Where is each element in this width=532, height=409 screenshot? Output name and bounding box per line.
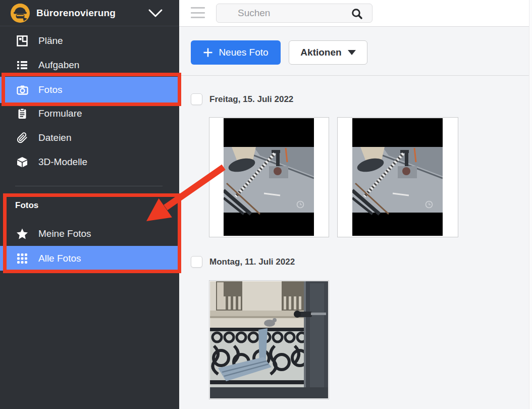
actions-button-label: Aktionen <box>300 47 341 58</box>
date-label: Montag, 11. Juli 2022 <box>209 257 295 267</box>
actions-button[interactable]: Aktionen <box>289 40 367 65</box>
sidebar-item-3d-modelle[interactable]: 3D-Modelle <box>0 150 179 174</box>
paperclip-icon <box>16 132 28 143</box>
date-group-header: Montag, 11. Juli 2022 <box>191 256 295 268</box>
sidebar-divider <box>15 186 163 186</box>
photo-thumbnail[interactable] <box>209 280 329 399</box>
photos-section-header: Fotos <box>15 200 38 211</box>
sidebar-item-fotos[interactable]: Fotos <box>0 77 179 103</box>
grid-icon <box>16 253 28 264</box>
sidebar-item-dateien[interactable]: Dateien <box>0 126 179 150</box>
floorplan-icon <box>16 35 28 46</box>
search-box <box>216 4 373 23</box>
sidebar-item-alle-fotos[interactable]: Alle Fotos <box>0 246 179 271</box>
sidebar-item-label: Formulare <box>38 108 82 119</box>
plus-icon <box>203 47 213 58</box>
sidebar-item-formulare[interactable]: Formulare <box>0 101 179 126</box>
group-checkbox[interactable] <box>191 256 202 268</box>
sidebar-item-label: Aufgaben <box>38 60 79 71</box>
clipboard-icon <box>16 108 28 119</box>
sidebar-item-plaene[interactable]: Pläne <box>0 29 179 53</box>
scrollbar-track[interactable] <box>529 0 532 409</box>
new-photo-button-label: Neues Foto <box>219 47 268 58</box>
date-group-header: Freitag, 15. Juli 2022 <box>191 93 293 105</box>
topbar <box>179 0 532 27</box>
photo-gallery: Freitag, 15. Juli 2022 Montag, 11. Juli … <box>179 76 532 409</box>
project-switcher[interactable]: Bürorenovierung <box>0 0 179 26</box>
chevron-down-icon[interactable] <box>148 9 163 18</box>
toolbar: Neues Foto Aktionen <box>179 27 532 76</box>
hamburger-menu-icon[interactable] <box>191 7 205 18</box>
date-label: Freitag, 15. Juli 2022 <box>209 94 293 105</box>
camera-icon <box>16 84 28 95</box>
search-icon[interactable] <box>351 8 363 20</box>
photo-thumbnail[interactable] <box>337 117 458 237</box>
task-list-icon <box>16 60 28 71</box>
app-logo-icon <box>10 3 30 23</box>
sidebar-item-label: Fotos <box>38 84 63 95</box>
search-input[interactable] <box>217 4 372 22</box>
photo-thumbnail[interactable] <box>209 117 329 237</box>
sidebar-item-label: Dateien <box>38 132 72 143</box>
sidebar-item-aufgaben[interactable]: Aufgaben <box>0 53 179 77</box>
project-title: Bürorenovierung <box>36 8 116 19</box>
sidebar-item-label: 3D-Modelle <box>38 157 87 168</box>
new-photo-button[interactable]: Neues Foto <box>191 40 281 65</box>
sidebar-item-label: Meine Fotos <box>38 228 91 239</box>
cube-icon <box>16 157 28 168</box>
group-checkbox[interactable] <box>191 93 202 105</box>
star-icon <box>16 228 28 240</box>
caret-down-icon <box>348 50 356 55</box>
sidebar: Bürorenovierung Pläne Aufgaben <box>0 0 179 409</box>
sidebar-item-label: Pläne <box>38 35 63 46</box>
sidebar-item-label: Alle Fotos <box>38 253 81 264</box>
sidebar-item-meine-fotos[interactable]: Meine Fotos <box>0 222 179 245</box>
